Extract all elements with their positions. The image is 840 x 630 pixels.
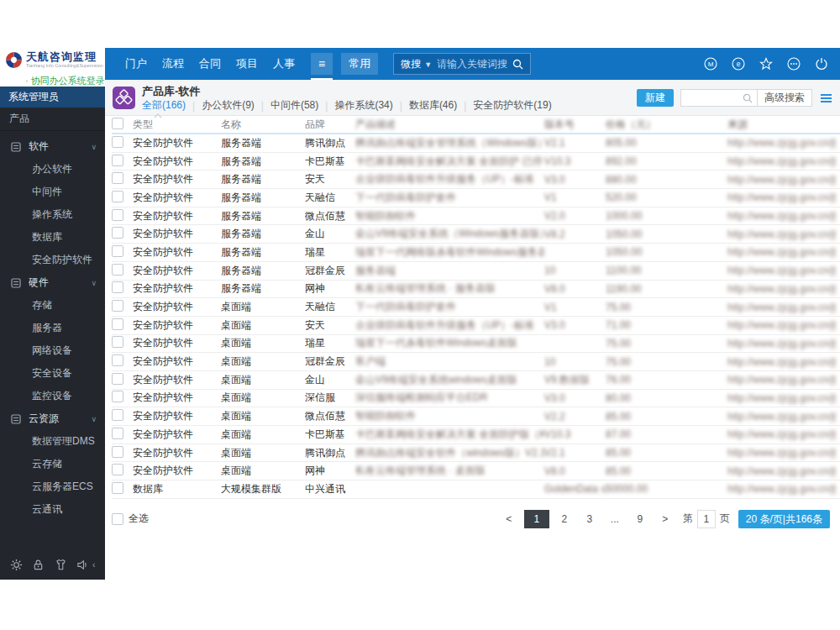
next-page-button[interactable]: >	[655, 510, 675, 528]
nav-tab-1[interactable]: 流程	[162, 56, 184, 71]
nav-tab-2[interactable]: 合同	[199, 56, 221, 71]
row-checkbox[interactable]	[112, 318, 123, 330]
sidebar-item-2-0[interactable]: 数据管理DMS	[0, 430, 105, 453]
volume-speaker-icon[interactable]	[76, 559, 89, 571]
sidebar-item-0-2[interactable]: 操作系统	[0, 203, 105, 226]
sidebar-section-product[interactable]: 产品	[0, 108, 105, 131]
row-checkbox[interactable]	[112, 391, 123, 402]
sidebar-item-0-3[interactable]: 数据库	[0, 226, 105, 249]
sidebar-item-2-3[interactable]: 云通讯	[0, 498, 105, 521]
table-row[interactable]: 安全防护软件桌面端网神私有云终端管理系统 · 桌面版V8.085.00http:…	[112, 462, 840, 480]
table-row[interactable]: 数据库大规模集群版中兴通讯GoldenData s…50000.00http:/…	[112, 480, 840, 499]
header-checkbox[interactable]	[112, 118, 123, 129]
row-checkbox[interactable]	[112, 264, 123, 276]
table-row[interactable]: 安全防护软件服务器端金山金山V9终端安全系统（Windows服务器版）V8.21…	[112, 225, 840, 244]
e-badge-icon[interactable]: e	[732, 57, 745, 71]
sidebar-group-2[interactable]: 云资源 ∨	[0, 407, 105, 430]
sidebar-item-2-2[interactable]: 云服务器ECS	[0, 475, 105, 498]
row-checkbox[interactable]	[112, 191, 123, 202]
favorite-star-icon[interactable]	[759, 57, 773, 71]
search-category[interactable]: 微搜	[401, 57, 421, 71]
search-icon[interactable]	[512, 59, 523, 70]
column-header-4[interactable]: 版本号	[544, 118, 606, 132]
collapse-arrow-icon[interactable]: ‹	[92, 560, 95, 570]
sidebar-item-1-1[interactable]: 服务器	[0, 317, 105, 339]
table-search-input[interactable]	[680, 89, 758, 107]
filter-tab-3[interactable]: 操作系统(34)	[334, 98, 392, 116]
filter-tab-1[interactable]: 办公软件(9)	[202, 98, 255, 116]
oa-login-link[interactable]: · 协同办公系统登录	[25, 75, 105, 87]
table-row[interactable]: 安全防护软件服务器端瑞星瑞星下一代网络版杀毒软件Windows服务器版1050.…	[112, 244, 840, 262]
table-row[interactable]: 安全防护软件服务器端安天企业级防病毒软件升级服务（UP）-标准V3.0880.0…	[112, 171, 840, 189]
nav-tab-3[interactable]: 项目	[236, 56, 258, 71]
table-row[interactable]: 安全防护软件服务器端微点佰慧智能防御软件V2.01000.00http://ww…	[112, 207, 840, 226]
column-header-6[interactable]: 来源	[727, 118, 837, 132]
search-input[interactable]: 请输入关键词搜	[437, 57, 507, 71]
row-checkbox[interactable]	[112, 464, 123, 475]
sidebar-item-2-1[interactable]: 云存储	[0, 453, 105, 475]
sidebar-item-0-0[interactable]: 办公软件	[0, 158, 105, 181]
row-checkbox[interactable]	[112, 373, 123, 385]
m-badge-icon[interactable]: M	[704, 57, 717, 71]
sidebar-item-0-1[interactable]: 中间件	[0, 181, 105, 203]
row-checkbox[interactable]	[112, 482, 123, 494]
advanced-search-button[interactable]: 高级搜索	[758, 89, 812, 107]
table-row[interactable]: 安全防护软件桌面端瑞星瑞星下一代杀毒软件Windows桌面版75.00http:…	[112, 335, 840, 354]
sidebar-item-1-4[interactable]: 监控设备	[0, 385, 105, 407]
power-icon[interactable]	[815, 57, 828, 71]
filter-tab-2[interactable]: 中间件(58)	[270, 98, 318, 116]
column-header-3[interactable]: 产品描述	[355, 118, 544, 132]
table-row[interactable]: 安全防护软件服务器端冠群金辰服务器端101100.00http://www.zj…	[112, 262, 840, 281]
sidebar-item-1-3[interactable]: 安全设备	[0, 362, 105, 385]
page-button-2[interactable]: 2	[554, 510, 575, 528]
nav-tab-common[interactable]: 常用	[341, 53, 378, 75]
row-checkbox[interactable]	[112, 227, 123, 239]
column-header-2[interactable]: 品牌	[305, 118, 355, 132]
column-header-0[interactable]: 类型	[133, 118, 221, 132]
table-row[interactable]: 安全防护软件桌面端微点佰慧智能防御软件V2.285.00http://www.z…	[112, 407, 840, 426]
table-row[interactable]: 安全防护软件桌面端深信服深信服终端检测响应平台EDRV3.080.00http:…	[112, 390, 840, 408]
sidebar-item-1-2[interactable]: 网络设备	[0, 339, 105, 362]
nav-tab-0[interactable]: 门户	[125, 56, 147, 71]
prev-page-button[interactable]: <	[499, 510, 519, 528]
column-header-1[interactable]: 名称	[221, 118, 305, 132]
table-row[interactable]: 安全防护软件桌面端冠群金辰客户端1075.00http://www.zjcjg.…	[112, 353, 840, 371]
row-checkbox[interactable]	[112, 336, 123, 348]
filter-tab-0[interactable]: 全部(166)	[142, 98, 186, 116]
row-checkbox[interactable]	[112, 300, 123, 312]
row-checkbox[interactable]	[112, 245, 123, 257]
row-checkbox[interactable]	[112, 354, 123, 366]
column-header-5[interactable]: 价格（元）	[606, 118, 727, 132]
table-row[interactable]: 安全防护软件服务器端腾讯御点腾讯御点终端安全管理系统（Windows版）V2.1…	[112, 134, 840, 153]
table-row[interactable]: 安全防护软件桌面端腾讯御点腾讯御点终端安全软件（windows版）V2.1V2.…	[112, 444, 840, 463]
table-row[interactable]: 安全防护软件桌面端天融信下一代防病毒防护套件V175.00http://www.…	[112, 298, 840, 317]
nav-tab-4[interactable]: 人事	[273, 56, 295, 71]
table-row[interactable]: 安全防护软件服务器端网神私有云终端管理系统 · 服务器版V8.01190.00h…	[112, 281, 840, 299]
row-checkbox[interactable]	[112, 409, 123, 421]
row-checkbox[interactable]	[112, 281, 123, 293]
select-all-checkbox[interactable]	[112, 513, 123, 525]
sidebar-group-1[interactable]: 硬件 ∨	[0, 271, 105, 294]
page-size-selector[interactable]: 20 条/页|共166条	[738, 510, 830, 528]
list-view-icon[interactable]	[821, 94, 832, 102]
global-search[interactable]: 微搜 ▼ 请输入关键词搜	[393, 53, 531, 75]
page-button-1[interactable]: 1	[524, 510, 549, 528]
nav-menu-toggle[interactable]: ≡	[311, 53, 333, 75]
page-button-...[interactable]: ...	[605, 510, 625, 528]
filter-tab-4[interactable]: 数据库(46)	[409, 98, 457, 116]
lock-icon[interactable]	[32, 559, 45, 571]
theme-shirt-icon[interactable]	[55, 559, 67, 571]
row-checkbox[interactable]	[112, 209, 123, 221]
row-checkbox[interactable]	[112, 136, 123, 148]
row-checkbox[interactable]	[112, 446, 123, 458]
sidebar-group-0[interactable]: 软件 ∨	[0, 135, 105, 158]
page-button-3[interactable]: 3	[580, 510, 600, 528]
row-checkbox[interactable]	[112, 428, 123, 439]
new-button[interactable]: 新建	[637, 89, 674, 107]
page-button-9[interactable]: 9	[630, 510, 650, 528]
table-row[interactable]: 安全防护软件桌面端卡巴斯基卡巴斯基网络安全解决方案 全面防护版（KES）- KS…	[112, 426, 840, 444]
table-row[interactable]: 安全防护软件服务器端卡巴斯基卡巴斯基网络安全解决方案 全面防护 已停V10.38…	[112, 153, 840, 171]
table-row[interactable]: 安全防护软件桌面端金山金山V9终端安全系统windows桌面版V9.数据版76.…	[112, 371, 840, 390]
sidebar-item-0-4[interactable]: 安全防护软件	[0, 249, 105, 271]
filter-tab-5[interactable]: 安全防护软件(19)	[473, 98, 551, 116]
